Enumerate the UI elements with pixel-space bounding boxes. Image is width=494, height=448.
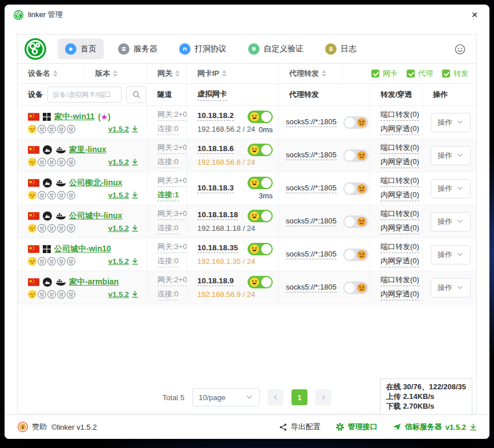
check-proxy[interactable]: 代理 [407, 68, 433, 79]
device-name-link[interactable]: 公司城中-linux [69, 211, 122, 221]
nic-toggle[interactable] [248, 276, 273, 288]
version-link[interactable]: v1.5.2 [108, 290, 139, 299]
prev-page-button[interactable] [268, 389, 284, 405]
device-cell: 公司城中-linux v1.5.2 [18, 205, 147, 238]
table-row: 公司柳北-linux v1.5.2 网关:3+0 连接:1 [18, 172, 476, 205]
next-page-button[interactable] [315, 389, 331, 405]
penetrate-link[interactable]: 内网穿透(0) [380, 190, 419, 201]
gateway-count-link[interactable]: 网关:3+0 [157, 242, 187, 253]
sort-nic-ip[interactable]: 网卡IP [187, 64, 279, 83]
connection-count-link[interactable]: 连接:1 [157, 190, 179, 201]
gateway-count-link[interactable]: 网关:2+0 [157, 275, 187, 286]
connection-count-link[interactable]: 连接:0 [157, 124, 179, 135]
virtual-ip-link[interactable]: 10.18.18.2 [197, 111, 234, 121]
beacon-server-button[interactable]: 信标服务器 v1.5.2 [392, 422, 477, 432]
sort-proxy[interactable]: 代理转发 [279, 64, 343, 83]
tab-server[interactable]: 服务器 [111, 39, 165, 59]
version-link[interactable]: v1.5.2 [108, 125, 139, 133]
port-forward-link[interactable]: 端口转发(0) [380, 109, 419, 121]
penetrate-link[interactable]: 内网穿透(0) [380, 289, 419, 300]
connection-count-link[interactable]: 连接:0 [157, 157, 179, 168]
gateway-count-link[interactable]: 网关:3+0 [157, 209, 187, 220]
gateway-count-link[interactable]: 网关:2+0 [157, 142, 187, 154]
tab-home[interactable]: 首页 [58, 39, 104, 59]
port-forward-link[interactable]: 端口转发(0) [380, 275, 419, 286]
connection-count-link[interactable]: 连接:0 [157, 256, 179, 267]
device-name-link[interactable]: 公司城中-win10 [54, 244, 111, 254]
actions-dropdown-button[interactable]: 操作 [431, 212, 471, 231]
version-link[interactable]: v1.5.2 [108, 257, 139, 266]
proxy-address-link[interactable]: socks5://*:1805 [286, 217, 337, 226]
page-1-button[interactable]: 1 [291, 389, 307, 405]
vnic-label[interactable]: 虚拟网卡 [197, 89, 227, 101]
device-name-link[interactable]: 家里-linux [69, 145, 106, 155]
virtual-ip-link[interactable]: 10.18.18.18 [197, 210, 238, 220]
penetrate-link[interactable]: 内网穿透(0) [380, 124, 419, 135]
virtual-ip-link[interactable]: 10.18.18.9 [197, 276, 234, 286]
proxy-address-link[interactable]: socks5://*:1805 [286, 150, 337, 160]
proxy-toggle[interactable] [343, 282, 369, 294]
proxy-address-link[interactable]: socks5://*:1805 [286, 117, 337, 127]
proxy-address-link[interactable]: socks5://*:1805 [286, 283, 337, 292]
device-name-link[interactable]: 公司柳北-linux [69, 178, 122, 188]
gateway-count-link[interactable]: 网关:2+0 [157, 109, 187, 121]
actions-dropdown-button[interactable]: 操作 [431, 245, 471, 264]
sort-version[interactable]: 版本 [85, 64, 147, 83]
nic-toggle[interactable] [248, 177, 273, 189]
tab-tunnel[interactable]: 打洞协议 [172, 39, 234, 59]
version-link[interactable]: v1.5.2 [108, 224, 139, 233]
actions-dropdown-button[interactable]: 操作 [431, 179, 471, 198]
proxy-toggle[interactable] [343, 182, 369, 195]
port-forward-link[interactable]: 端口转发(0) [380, 209, 419, 220]
search-button[interactable] [126, 86, 146, 103]
actions-dropdown-button[interactable]: 操作 [431, 113, 471, 132]
proxy-toggle[interactable] [343, 149, 369, 162]
theme-smiley-button[interactable] [454, 43, 469, 55]
check-forward[interactable]: 转发 [442, 68, 468, 79]
linux-icon [43, 211, 52, 221]
nic-toggle[interactable] [248, 243, 273, 255]
proxy-address-link[interactable]: socks5://*:1805 [286, 184, 337, 193]
page-size-select[interactable]: 10/page [192, 388, 260, 406]
connection-count-link[interactable]: 连接:0 [157, 223, 179, 234]
checkbox-checked-icon [407, 70, 415, 78]
port-forward-link[interactable]: 端口转发(0) [380, 176, 419, 187]
nic-toggle[interactable] [248, 144, 273, 156]
version-link[interactable]: v1.5.2 [108, 158, 139, 166]
proxy-toggle[interactable] [343, 215, 369, 228]
nic-toggle[interactable] [248, 111, 273, 123]
device-name-link[interactable]: 家中-win11 [54, 112, 95, 122]
check-nic[interactable]: 网卡 [371, 68, 398, 79]
close-button[interactable]: × [463, 6, 486, 23]
search-input[interactable] [47, 87, 122, 103]
penetrate-link[interactable]: 内网穿透(0) [380, 256, 419, 267]
tunnel-cell: 网关:3+0 连接:0 [147, 205, 187, 238]
penetrate-link[interactable]: 内网穿透(0) [380, 157, 419, 168]
linux-icon [43, 278, 52, 287]
sort-device-name[interactable]: 设备名 [18, 64, 85, 83]
sort-gateway[interactable]: 网关 [147, 64, 187, 83]
version-link[interactable]: v1.5.2 [108, 191, 139, 199]
actions-dropdown-button[interactable]: 操作 [431, 278, 471, 298]
export-config-button[interactable]: 导出配置 [279, 422, 321, 432]
tab-validate[interactable]: 自定义验证 [241, 39, 311, 59]
virtual-ip-link[interactable]: 10.18.18.35 [197, 243, 238, 253]
tab-logs[interactable]: 日志 [318, 39, 364, 59]
virtual-ip-link[interactable]: 10.18.18.6 [197, 144, 234, 154]
toggle-knob [261, 145, 272, 155]
gateway-count-link[interactable]: 网关:3+0 [157, 176, 187, 187]
admin-api-button[interactable]: 管理接口 [335, 422, 378, 432]
proxy-toggle[interactable] [343, 116, 369, 129]
proxy-address-link[interactable]: socks5://*:1805 [286, 250, 337, 259]
actions-dropdown-button[interactable]: 操作 [431, 146, 471, 165]
proxy-toggle[interactable] [343, 249, 369, 261]
connection-count-link[interactable]: 连接:0 [157, 289, 179, 300]
virtual-ip-link[interactable]: 10.18.18.3 [197, 184, 234, 193]
nic-toggle[interactable] [248, 210, 273, 222]
device-name-link[interactable]: 家中-armbian [69, 277, 119, 287]
penetrate-link[interactable]: 内网穿透(0) [380, 223, 419, 234]
port-forward-link[interactable]: 端口转发(0) [380, 142, 419, 154]
search-icon [132, 91, 140, 99]
sponsor-button[interactable]: 赞助 [17, 421, 47, 433]
port-forward-link[interactable]: 端口转发(0) [380, 242, 419, 253]
